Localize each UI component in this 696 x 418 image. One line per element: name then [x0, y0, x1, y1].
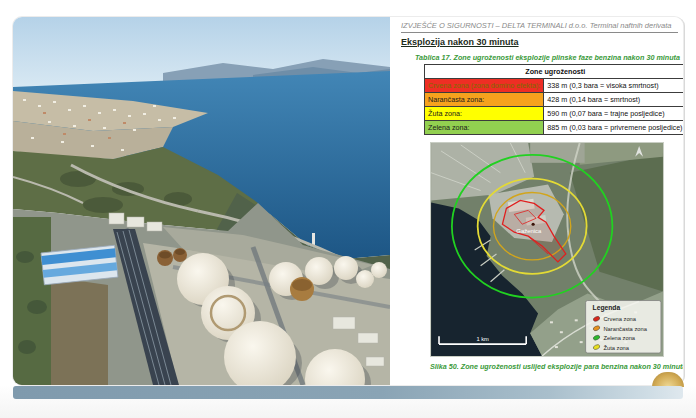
- zone-value-red: 338 m (0,3 bara = visoka smrtnost): [544, 79, 683, 93]
- report-slide: IZVJEŠĆE O SIGURNOSTI – DELTA TERMINALI …: [13, 17, 683, 385]
- table-row-orange: Narančasta zona: 428 m (0,14 bara = smrt…: [425, 93, 684, 107]
- report-header: IZVJEŠĆE O SIGURNOSTI – DELTA TERMINALI …: [401, 21, 678, 33]
- zone-label-orange: Narančasta zona:: [425, 93, 544, 107]
- zone-label-green: Zelena zona:: [425, 121, 544, 135]
- dirt-patch: [51, 277, 108, 385]
- table-row-green: Zelena zona: 885 m (0,03 bara = privreme…: [425, 121, 684, 135]
- hazard-map: Gaženica Legenda Crvena zona Narančasta …: [430, 142, 664, 357]
- table-header-cell: Zone ugroženosti: [425, 65, 684, 79]
- scale-label: 1 km: [476, 336, 489, 342]
- hazard-map-figure: Gaženica Legenda Crvena zona Narančasta …: [430, 142, 664, 357]
- report-panel: IZVJEŠĆE O SIGURNOSTI – DELTA TERMINALI …: [390, 17, 683, 385]
- table-row-red: Crvena zona (zona domino efekta): 338 m …: [425, 79, 684, 93]
- explosion-center-marker: [532, 223, 535, 226]
- legend-title: Legenda: [593, 304, 621, 312]
- table-caption: Tablica 17. Zone ugroženosti eksplozije …: [415, 53, 680, 62]
- page-background: IZVJEŠĆE O SIGURNOSTI – DELTA TERMINALI …: [0, 0, 696, 418]
- zone-label-yellow: Žuta zona:: [425, 107, 544, 121]
- zone-label-red: Crvena zona (zona domino efekta):: [425, 79, 544, 93]
- figure-caption: Slika 50. Zone ugroženosti uslijed ekspl…: [430, 362, 683, 371]
- lighthouse: [312, 233, 315, 245]
- zone-value-orange: 428 m (0,14 bara = smrtnost): [544, 93, 683, 107]
- section-title: Eksplozija nakon 30 minuta: [401, 37, 519, 47]
- map-legend: Legenda Crvena zona Narančasta zona Zele…: [586, 301, 661, 354]
- legend-red-label: Crvena zona: [603, 316, 636, 322]
- zone-value-green: 885 m (0,03 bara = privremene posljedice…: [544, 121, 683, 135]
- zone-value-yellow: 590 m (0,07 bara = trajne posljedice): [544, 107, 683, 121]
- map-place-label: Gaženica: [516, 228, 542, 234]
- hazard-zones-table: Zone ugroženosti Crvena zona (zona domin…: [424, 64, 683, 135]
- legend-green-label: Zelena zona: [603, 335, 635, 341]
- bottom-strip: [13, 386, 683, 399]
- legend-yellow-label: Žuta zona: [603, 344, 629, 351]
- aerial-photo-terminal: [13, 17, 390, 385]
- table-row-yellow: Žuta zona: 590 m (0,07 bara = trajne pos…: [425, 107, 684, 121]
- table-header-row: Zone ugroženosti: [425, 65, 684, 79]
- legend-orange-label: Narančasta zona: [603, 326, 647, 332]
